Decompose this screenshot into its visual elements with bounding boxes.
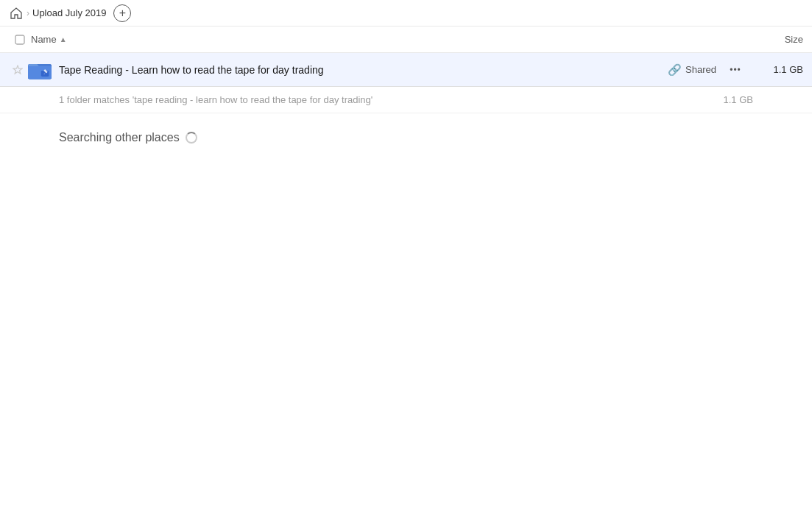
shared-indicator[interactable]: 🔗 Shared [668,63,716,77]
folder-icon [27,57,53,83]
file-name: Tape Reading - Learn how to read the tap… [59,64,668,76]
more-options-button[interactable]: ••• [725,60,746,80]
svg-rect-0 [15,35,24,44]
home-icon[interactable] [9,6,24,21]
breadcrumb-bar: › Upload July 2019 + [0,0,812,26]
select-all-checkbox[interactable] [9,35,31,45]
column-headers: Name ▲ Size [0,26,812,53]
name-column-header[interactable]: Name ▲ [31,34,744,45]
file-row[interactable]: Tape Reading - Learn how to read the tap… [0,53,812,87]
searching-label: Searching other places [59,131,180,144]
link-icon: 🔗 [668,63,682,77]
sort-indicator: ▲ [60,35,67,43]
breadcrumb-title[interactable]: Upload July 2019 [32,7,106,18]
size-column-header[interactable]: Size [744,34,803,45]
file-size: 1.1 GB [752,64,803,75]
searching-other-places: Searching other places [0,113,812,162]
match-size: 1.1 GB [724,94,753,105]
match-info-row: 1 folder matches 'tape reading - learn h… [0,87,812,113]
loading-spinner [186,132,197,144]
add-button[interactable]: + [113,4,131,22]
star-icon[interactable] [9,65,27,75]
breadcrumb-separator: › [27,8,29,18]
match-text: 1 folder matches 'tape reading - learn h… [59,94,724,105]
